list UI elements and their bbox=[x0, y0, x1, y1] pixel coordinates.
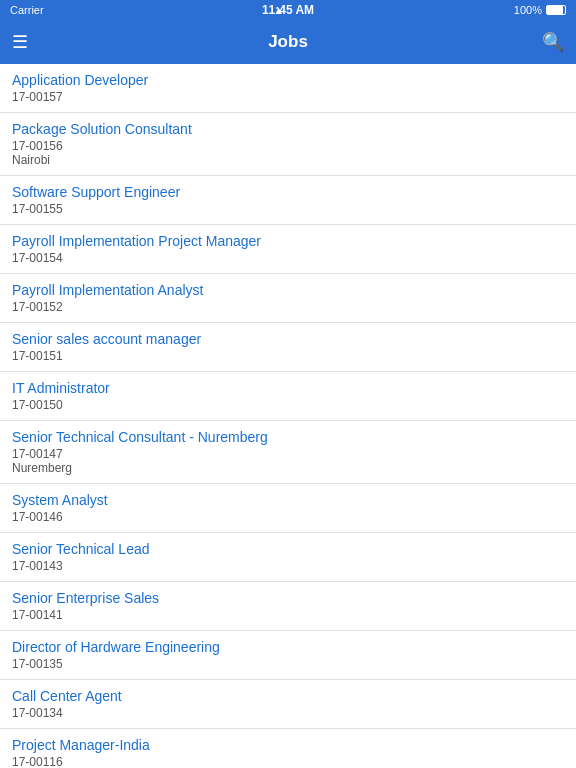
status-bar: Carrier ▲ 11:45 AM 100% bbox=[0, 0, 576, 20]
job-id: 17-00156 bbox=[12, 139, 564, 153]
job-title: Call Center Agent bbox=[12, 688, 564, 704]
list-item[interactable]: Payroll Implementation Project Manager17… bbox=[0, 225, 576, 274]
job-location: Nairobi bbox=[12, 153, 564, 167]
battery-icon bbox=[546, 5, 566, 15]
job-id: 17-00116 bbox=[12, 755, 564, 768]
list-item[interactable]: Call Center Agent17-00134 bbox=[0, 680, 576, 729]
list-item[interactable]: Package Solution Consultant17-00156Nairo… bbox=[0, 113, 576, 176]
job-id: 17-00151 bbox=[12, 349, 564, 363]
job-title: Project Manager-India bbox=[12, 737, 564, 753]
job-id: 17-00155 bbox=[12, 202, 564, 216]
job-title: Package Solution Consultant bbox=[12, 121, 564, 137]
job-id: 17-00152 bbox=[12, 300, 564, 314]
job-id: 17-00141 bbox=[12, 608, 564, 622]
job-title: Senior sales account manager bbox=[12, 331, 564, 347]
list-item[interactable]: Senior Technical Lead17-00143 bbox=[0, 533, 576, 582]
carrier-label: Carrier bbox=[10, 4, 44, 16]
job-title: Payroll Implementation Project Manager bbox=[12, 233, 564, 249]
job-title: Payroll Implementation Analyst bbox=[12, 282, 564, 298]
search-icon[interactable]: 🔍 bbox=[542, 31, 564, 53]
job-id: 17-00135 bbox=[12, 657, 564, 671]
job-id: 17-00146 bbox=[12, 510, 564, 524]
list-item[interactable]: Software Support Engineer17-00155 bbox=[0, 176, 576, 225]
job-title: Application Developer bbox=[12, 72, 564, 88]
job-id: 17-00134 bbox=[12, 706, 564, 720]
list-item[interactable]: Senior Enterprise Sales17-00141 bbox=[0, 582, 576, 631]
job-id: 17-00154 bbox=[12, 251, 564, 265]
job-title: Software Support Engineer bbox=[12, 184, 564, 200]
job-id: 17-00157 bbox=[12, 90, 564, 104]
nav-bar: ☰ Jobs 🔍 bbox=[0, 20, 576, 64]
job-title: Senior Technical Lead bbox=[12, 541, 564, 557]
nav-title: Jobs bbox=[268, 32, 308, 52]
job-id: 17-00143 bbox=[12, 559, 564, 573]
list-item[interactable]: Application Developer17-00157 bbox=[0, 64, 576, 113]
job-list: Application Developer17-00157Package Sol… bbox=[0, 64, 576, 768]
list-item[interactable]: IT Administrator17-00150 bbox=[0, 372, 576, 421]
job-title: Senior Enterprise Sales bbox=[12, 590, 564, 606]
job-title: Senior Technical Consultant - Nuremberg bbox=[12, 429, 564, 445]
menu-icon[interactable]: ☰ bbox=[12, 31, 28, 53]
job-title: Director of Hardware Engineering bbox=[12, 639, 564, 655]
job-title: System Analyst bbox=[12, 492, 564, 508]
job-title: IT Administrator bbox=[12, 380, 564, 396]
list-item[interactable]: Senior Technical Consultant - Nuremberg1… bbox=[0, 421, 576, 484]
status-time: 11:45 AM bbox=[262, 3, 314, 17]
job-id: 17-00147 bbox=[12, 447, 564, 461]
list-item[interactable]: Senior sales account manager17-00151 bbox=[0, 323, 576, 372]
list-item[interactable]: Payroll Implementation Analyst17-00152 bbox=[0, 274, 576, 323]
list-item[interactable]: System Analyst17-00146 bbox=[0, 484, 576, 533]
job-location: Nuremberg bbox=[12, 461, 564, 475]
list-item[interactable]: Project Manager-India17-00116 bbox=[0, 729, 576, 768]
battery-label: 100% bbox=[514, 4, 542, 16]
list-item[interactable]: Director of Hardware Engineering17-00135 bbox=[0, 631, 576, 680]
job-id: 17-00150 bbox=[12, 398, 564, 412]
